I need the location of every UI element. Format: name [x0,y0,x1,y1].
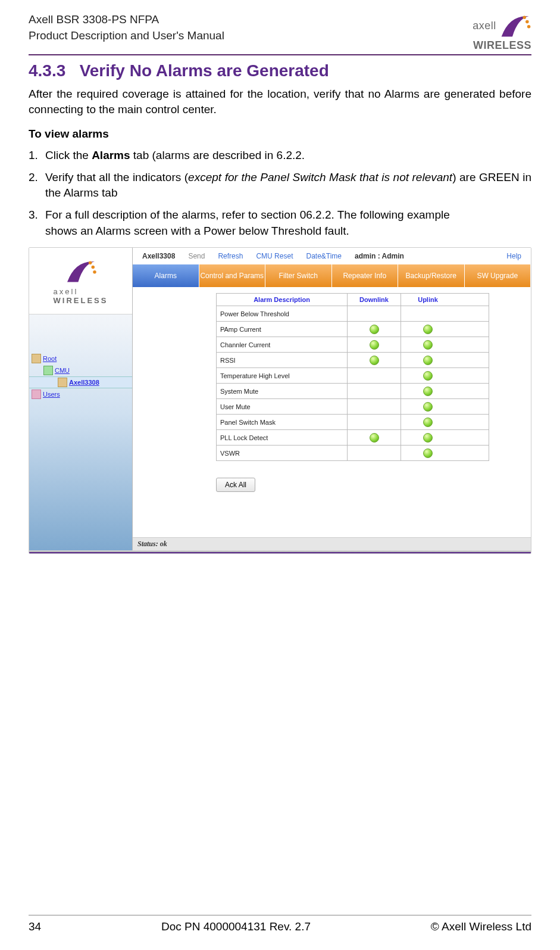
tree-root[interactable]: Root [29,353,132,365]
tree-root-link[interactable]: Root [43,355,57,362]
toolbar-device-name: Axell3308 [142,252,175,260]
status-led-icon [423,402,433,412]
status-led-icon [423,356,433,365]
toolbar: Axell3308 Send Refresh CMU Reset Date&Ti… [133,248,531,264]
alarm-uplink-cell [401,353,455,367]
alarm-label: RSSI [217,353,348,367]
sidebar-brand: axellWIRELESS [29,248,132,314]
alarm-row: User Mute [216,399,489,415]
alarm-label: PLL Lock Detect [217,430,348,445]
alarm-table-header: Alarm Description Downlink Uplink [216,293,489,306]
folder-icon [32,390,41,399]
alarm-label: Power Below Threshold [217,306,348,321]
alarm-label: User Mute [217,399,348,414]
step-1: Click the Alarms tab (alarms are describ… [45,148,531,164]
tree-users-link[interactable]: Users [43,391,60,398]
status-led-icon [423,371,433,381]
section-number: 4.3.3 [29,61,65,80]
tab-alarms[interactable]: Alarms [133,264,199,287]
footer-doc: Doc PN 4000004131 Rev. 2.7 [161,920,311,933]
main-panel: Axell3308 Send Refresh CMU Reset Date&Ti… [133,248,531,550]
content-area: Alarm Description Downlink Uplink Power … [133,287,531,537]
status-led-icon [423,325,433,334]
tree-cmu-link[interactable]: CMU [55,367,70,374]
alarm-rows: Power Below ThresholdPAmp CurrentChannle… [216,306,489,461]
tab-backup-restore[interactable]: Backup/Restore [398,264,465,287]
toolbar-send[interactable]: Send [188,252,205,260]
ack-all-button[interactable]: Ack All [216,478,255,492]
svg-point-1 [525,20,529,24]
svg-point-2 [527,25,531,29]
footer-page: 34 [29,920,41,933]
alarm-downlink-cell [348,446,401,460]
tab-filter-switch[interactable]: Filter Switch [265,264,332,287]
status-led-icon [370,356,379,365]
alarm-label: Panel Switch Mask [217,415,348,429]
alarm-uplink-cell [401,415,455,429]
alarm-downlink-cell [348,430,401,445]
step-list: Click the Alarms tab (alarms are describ… [29,148,531,239]
step-3: For a full description of the alarms, re… [45,207,531,239]
status-led-icon [423,387,433,396]
alarm-uplink-cell [401,399,455,414]
alarm-downlink-cell [348,415,401,429]
toolbar-admin: admin : Admin [355,252,404,260]
alarm-downlink-cell [348,306,401,321]
tab-bar: Alarms Control and Params Filter Switch … [133,264,531,287]
folder-icon [58,378,67,387]
tree-users[interactable]: Users [29,388,132,400]
status-led-icon [370,325,379,334]
folder-icon [43,366,53,375]
status-led-icon [370,340,379,350]
lead-paragraph: After the required coverage is attained … [29,86,531,117]
alarm-uplink-cell [401,322,455,337]
alarm-label: VSWR [217,446,348,460]
toolbar-refresh[interactable]: Refresh [218,252,243,260]
status-led-icon [423,340,433,350]
alarm-row: Temperature High Level [216,368,489,384]
toolbar-help[interactable]: Help [506,252,521,260]
brand-logo: axell WIRELESS [473,12,531,52]
toolbar-cmu-reset[interactable]: CMU Reset [256,252,293,260]
status-led-icon [423,433,433,443]
alarm-row: PLL Lock Detect [216,430,489,446]
tab-sw-upgrade[interactable]: SW Upgrade [465,264,531,287]
alarm-row: System Mute [216,384,489,399]
alarm-label: System Mute [217,384,348,398]
svg-point-5 [93,270,96,274]
tree-cmu[interactable]: CMU [29,365,132,376]
alarm-row: RSSI [216,353,489,368]
section-title: Verify No Alarms are Generated [80,61,329,80]
page-footer: 34 Doc PN 4000004131 Rev. 2.7 © Axell Wi… [29,915,531,933]
tab-repeater-info[interactable]: Repeater Info [332,264,399,287]
alarm-uplink-cell [401,446,455,460]
subhead: To view alarms [29,127,531,141]
alarm-uplink-cell [401,337,455,352]
app-frame: axellWIRELESS Root CMU Axell3308 Users [29,247,531,554]
sidebar: axellWIRELESS Root CMU Axell3308 Users [29,248,133,550]
nav-tree: Root CMU Axell3308 Users [29,353,132,400]
alarm-uplink-cell [401,384,455,398]
alarm-uplink-cell [401,430,455,445]
alarm-label: Channler Current [217,337,348,352]
alarm-row: Channler Current [216,337,489,353]
svg-point-3 [88,261,92,264]
alarm-row: PAmp Current [216,322,489,337]
header-line1: Axell BSR 3308-PS NFPA [29,12,224,28]
toolbar-datetime[interactable]: Date&Time [306,252,342,260]
tab-control-params[interactable]: Control and Params [199,264,266,287]
col-desc: Alarm Description [217,294,348,306]
status-led-icon [423,448,433,458]
alarm-row: Panel Switch Mask [216,415,489,430]
alarm-downlink-cell [348,384,401,398]
tree-axell3308[interactable]: Axell3308 [29,376,132,388]
alarm-row: Power Below Threshold [216,306,489,322]
header-line2: Product Description and User's Manual [29,28,224,44]
alarm-uplink-cell [401,368,455,383]
alarm-downlink-cell [348,368,401,383]
tree-axell-link[interactable]: Axell3308 [69,379,99,386]
svg-point-0 [523,15,526,19]
status-led-icon [423,418,433,427]
alarm-downlink-cell [348,353,401,367]
page-header: Axell BSR 3308-PS NFPA Product Descripti… [29,12,531,55]
